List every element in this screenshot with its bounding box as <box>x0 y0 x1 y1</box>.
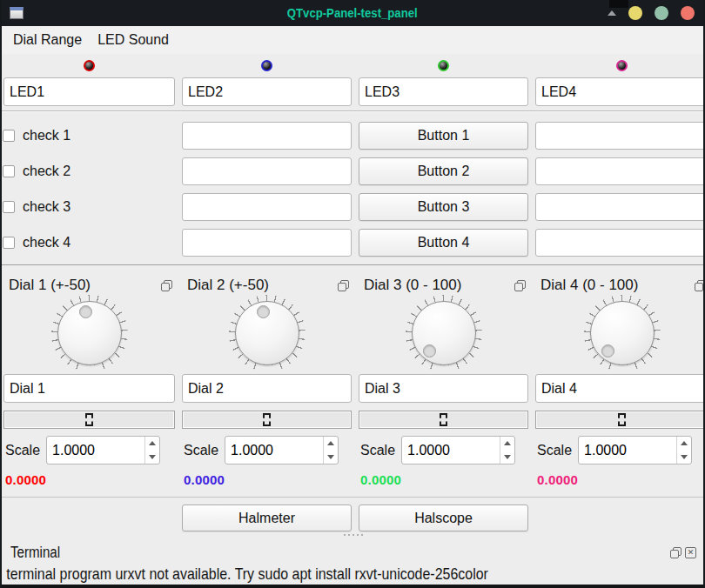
dial-4-knob[interactable] <box>584 295 661 371</box>
display-field-4[interactable] <box>535 229 705 257</box>
minimize-button[interactable] <box>628 6 642 20</box>
spin-up-button[interactable] <box>145 437 159 451</box>
menu-dial-range[interactable]: Dial Range <box>5 29 90 51</box>
float-icon[interactable] <box>338 280 349 291</box>
spacer <box>535 504 705 531</box>
spin-buttons <box>500 437 514 464</box>
button-1[interactable]: Button 1 <box>359 122 528 150</box>
dial-indicator <box>79 305 92 318</box>
entry-field-2[interactable] <box>182 157 352 185</box>
led4-name-field[interactable] <box>535 77 705 106</box>
splitter-handle[interactable] <box>3 531 703 538</box>
spin-down-button[interactable] <box>677 451 691 464</box>
shade-triangle-icon[interactable] <box>608 10 616 16</box>
entry-field-3[interactable] <box>182 193 352 221</box>
float-icon[interactable] <box>670 547 682 558</box>
entry-field-1[interactable] <box>182 122 352 150</box>
dial-1-progressbar <box>3 411 175 429</box>
display-field-1[interactable] <box>535 122 705 150</box>
led1-name-field[interactable] <box>3 77 175 106</box>
spin-up-button[interactable] <box>677 437 691 451</box>
led3-name-field[interactable] <box>359 77 528 106</box>
dial-3-name-field[interactable] <box>359 374 528 403</box>
dial-3-readout: 0.0000 <box>359 472 528 487</box>
button-2[interactable]: Button 2 <box>359 157 528 185</box>
float-icon[interactable] <box>695 280 705 291</box>
dial-3-progressbar <box>359 411 528 429</box>
button-4[interactable]: Button 4 <box>359 229 528 257</box>
scale-4-spinbox[interactable] <box>578 436 692 464</box>
arrow-down-icon <box>681 455 688 459</box>
dial-face <box>235 301 299 365</box>
spin-down-button[interactable] <box>500 451 514 464</box>
checkbox-4[interactable] <box>3 237 15 249</box>
float-icon[interactable] <box>161 280 172 291</box>
grid-row-3: check 3 Button 3 <box>3 193 703 221</box>
halmeter-button[interactable]: Halmeter <box>182 504 352 531</box>
display-field-2[interactable] <box>535 157 705 185</box>
missing-glyph-icon <box>85 413 93 426</box>
maximize-button[interactable] <box>655 6 668 20</box>
dial-3-label-cell: Dial 3 (0 - 100) <box>359 277 528 294</box>
scale-2-value[interactable] <box>225 437 323 464</box>
dial-2-progressbar <box>182 411 352 429</box>
float-icon[interactable] <box>514 280 526 291</box>
checkbox-2[interactable] <box>3 165 15 177</box>
menubar: Dial Range LED Sound <box>2 26 703 54</box>
dial-4-label-cell: Dial 4 (0 - 100) <box>535 277 705 294</box>
scale-1-value[interactable] <box>47 437 144 464</box>
led1-indicator <box>84 60 95 71</box>
dial-4-name-field[interactable] <box>535 374 705 403</box>
dial-knob-row <box>3 295 703 371</box>
dial-4-readout: 0.0000 <box>535 472 705 487</box>
menu-led-sound[interactable]: LED Sound <box>90 29 177 51</box>
dial-face <box>412 301 476 365</box>
checkbox-3[interactable] <box>3 201 15 213</box>
spin-buttons <box>144 437 159 464</box>
checkbox-1[interactable] <box>3 130 15 142</box>
dial-1-knob[interactable] <box>51 295 128 371</box>
spin-down-button[interactable] <box>145 451 159 464</box>
scale-label: Scale <box>184 443 218 458</box>
qtvcp-test-panel-window: QTvcp-Panel-test_panel Dial Range LED So… <box>0 0 705 588</box>
scale-cell-2: Scale <box>182 436 352 464</box>
led3-indicator <box>438 60 449 71</box>
scale-3-value[interactable] <box>402 437 500 464</box>
checkbox-cell-2: check 2 <box>3 157 175 185</box>
scale-4-value[interactable] <box>579 437 676 464</box>
spin-up-button[interactable] <box>500 437 514 451</box>
dial-label-row: Dial 1 (+-50) Dial 2 (+-50) Dial 3 (0 - … <box>3 276 703 295</box>
entry-field-4[interactable] <box>182 229 352 257</box>
grid-row-4: check 4 Button 4 <box>3 229 703 257</box>
arrow-down-icon <box>149 455 156 459</box>
missing-glyph-icon <box>618 413 626 426</box>
arrow-up-icon <box>149 441 156 445</box>
dial-name-row <box>3 374 703 403</box>
grid-row-1: check 1 Button 1 <box>3 122 703 150</box>
dial-readout-row: 0.0000 0.0000 0.0000 0.0000 <box>3 472 703 486</box>
dial-2-readout: 0.0000 <box>182 472 352 487</box>
checkbox-1-label: check 1 <box>23 128 70 144</box>
close-button[interactable] <box>681 6 695 20</box>
display-field-3[interactable] <box>535 193 705 221</box>
spin-down-button[interactable] <box>324 451 338 464</box>
dial-2-name-field[interactable] <box>182 374 352 403</box>
led4-indicator <box>616 60 628 71</box>
close-icon[interactable] <box>685 547 696 558</box>
dial-2-knob[interactable] <box>229 295 306 371</box>
led2-name-field[interactable] <box>182 77 352 106</box>
dial-1-name-field[interactable] <box>3 374 175 403</box>
hal-button-row: Halmeter Halscope <box>3 504 703 531</box>
spin-up-button[interactable] <box>324 437 338 451</box>
scale-1-spinbox[interactable] <box>46 436 160 464</box>
scale-2-spinbox[interactable] <box>225 436 339 464</box>
arrow-up-icon <box>504 441 511 445</box>
scale-3-spinbox[interactable] <box>401 436 515 464</box>
checkbox-4-label: check 4 <box>23 235 70 251</box>
scale-cell-4: Scale <box>535 436 705 464</box>
halscope-button[interactable]: Halscope <box>359 504 528 531</box>
checkbox-2-label: check 2 <box>23 164 70 179</box>
missing-glyph-icon <box>263 413 271 426</box>
dial-3-knob[interactable] <box>406 295 482 371</box>
button-3[interactable]: Button 3 <box>359 193 528 221</box>
